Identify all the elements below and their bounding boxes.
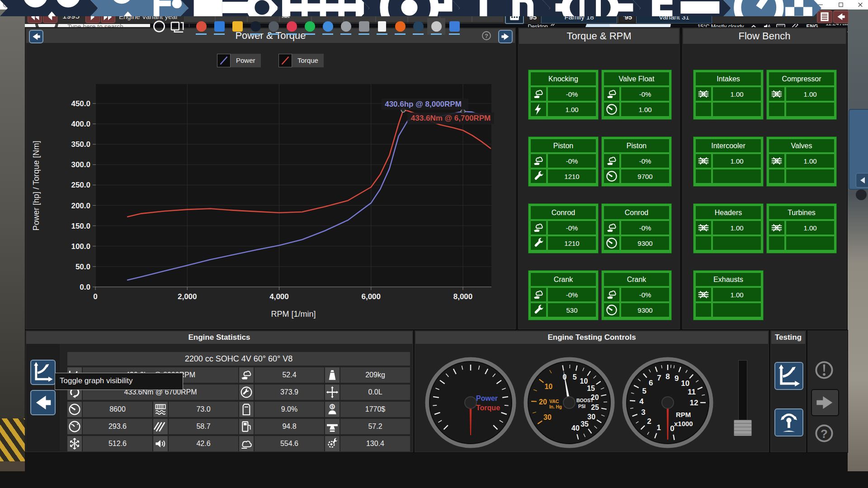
condition-card-title: Crank <box>604 273 669 286</box>
flow-card-title: Compressor <box>769 72 834 85</box>
app-icon <box>323 21 333 32</box>
toolbar-back-button[interactable] <box>833 10 849 23</box>
taskbar-app-capture[interactable] <box>355 18 373 35</box>
condition-card-title: Knocking <box>531 72 596 85</box>
running-indicator <box>250 33 261 35</box>
running-indicator <box>413 33 424 35</box>
svg-text:5: 5 <box>642 387 646 395</box>
tab-engine-family[interactable] <box>0 0 98 16</box>
taskbar-app-remote[interactable] <box>210 18 228 35</box>
stat-value: 373.9 <box>255 385 324 400</box>
taskbar-app-cloud[interactable] <box>319 18 337 35</box>
cortana-button[interactable] <box>150 18 168 35</box>
svg-text:2,000: 2,000 <box>178 292 197 301</box>
app-icon <box>250 21 261 32</box>
maximize-button[interactable] <box>834 1 848 9</box>
taskbar-app-darkblue[interactable] <box>409 18 427 35</box>
tab-bottom-end[interactable] <box>181 0 279 16</box>
next-step-button[interactable] <box>811 389 839 416</box>
svg-text:40: 40 <box>571 424 580 432</box>
tab-engine-testing[interactable] <box>723 0 821 16</box>
running-indicator <box>359 33 369 35</box>
tab-aspiration[interactable] <box>362 0 460 16</box>
condition-card: Piston -0% 9700 <box>602 137 671 186</box>
app-icon <box>341 21 351 32</box>
screen: Automation 1995 Engine Variant year '95 … <box>0 0 868 488</box>
weight-icon <box>325 367 340 383</box>
taskbar-app-launcher[interactable] <box>264 18 283 35</box>
svg-text:4,000: 4,000 <box>269 292 289 301</box>
app-icon <box>269 21 279 32</box>
taskbar-app-calc[interactable] <box>445 18 463 35</box>
lightning-icon <box>531 103 546 116</box>
engine-name: 2200 cc SOHC 4V 60° 60° V8 <box>67 352 410 366</box>
taskbar-app-steam[interactable] <box>246 18 264 35</box>
knock-icon <box>604 87 619 101</box>
legend-torque[interactable]: Torque <box>278 54 324 67</box>
svg-text:7: 7 <box>657 374 661 382</box>
app-icon <box>214 21 225 32</box>
rpm-limit-icon <box>604 303 619 317</box>
stat-cell: 58.7 <box>153 419 238 434</box>
running-indicator <box>214 33 225 35</box>
condition-card: Conrod -0% 1210 <box>528 204 598 253</box>
condition-value: -0% <box>621 288 669 301</box>
stats-back-button[interactable] <box>30 390 56 415</box>
tab-headers[interactable] <box>633 0 731 16</box>
torque-rpm-panel: Torque & RPM Knocking -0% 1.00 Valve Flo… <box>518 27 680 330</box>
legend-power[interactable]: Power <box>217 54 261 67</box>
taskbar-app-spotify[interactable] <box>301 18 319 35</box>
taskbar-app-media[interactable] <box>283 18 301 35</box>
tab-exhaust[interactable] <box>542 0 641 16</box>
flow-value: 1.00 <box>713 154 761 168</box>
taskbar-app-browser[interactable] <box>192 18 210 35</box>
help-icon[interactable]: ? <box>481 30 492 41</box>
task-view-button[interactable] <box>168 18 186 35</box>
svg-text:450.0: 450.0 <box>71 99 90 108</box>
manual-throttle-button[interactable] <box>774 408 803 436</box>
svg-text:8,000: 8,000 <box>453 292 473 301</box>
tab-engine-variant[interactable] <box>90 0 189 16</box>
svg-text:VAC: VAC <box>549 399 559 404</box>
chart-next-button[interactable] <box>498 30 513 43</box>
odometer-icon <box>67 419 82 434</box>
app-icon <box>196 21 207 32</box>
flow-value: 1.00 <box>713 87 761 101</box>
tab-top-end[interactable] <box>271 0 369 16</box>
app-icon <box>413 21 424 32</box>
spec-sheet-button[interactable] <box>817 10 832 23</box>
svg-text:x1000: x1000 <box>674 420 693 427</box>
taskbar-app-explorer[interactable] <box>228 18 246 35</box>
app-icon <box>395 21 406 32</box>
svg-text:?: ? <box>485 33 488 39</box>
flow-card: Headers 1.00 <box>693 204 763 253</box>
svg-text:400.0: 400.0 <box>71 120 90 128</box>
dyno-run-button[interactable] <box>774 362 803 390</box>
taskbar-app-grey[interactable] <box>337 18 355 35</box>
condition-limit: 1210 <box>548 236 596 250</box>
help-circle-icon[interactable]: ? <box>814 423 835 444</box>
condition-value: -0% <box>621 154 669 168</box>
taskbar-app-notes[interactable] <box>373 18 391 35</box>
taskbar-app-automation[interactable] <box>427 18 445 35</box>
toggle-graph-visibility-button[interactable] <box>30 360 56 385</box>
airflow-icon <box>696 288 711 301</box>
empty-cell <box>786 169 834 183</box>
stat-cell: 9.0% <box>239 402 324 417</box>
stat-cell: 554.6 <box>239 436 324 451</box>
torque-rpm-cards: Knocking -0% 1.00 Valve Float -0% 1.00 P… <box>528 70 671 320</box>
rpm-limit-icon <box>604 103 619 116</box>
empty-cell <box>713 103 761 116</box>
svg-text:?: ? <box>821 427 828 440</box>
stat-value: 58.7 <box>169 419 238 434</box>
engine-testing-controls-panel: Engine Testing Controls PowerTorque05101… <box>414 330 769 453</box>
close-button[interactable] <box>854 1 867 9</box>
side-panel-arrow-tab[interactable] <box>856 173 868 188</box>
condition-card-title: Piston <box>604 139 669 152</box>
chart-prev-button[interactable] <box>29 30 43 43</box>
knock-icon <box>604 154 619 168</box>
throttle-slider-handle[interactable] <box>734 420 752 436</box>
flow-card: Intakes 1.00 <box>693 70 763 119</box>
taskbar-app-orange[interactable] <box>391 18 409 35</box>
tab-fuel-system[interactable] <box>452 0 550 16</box>
